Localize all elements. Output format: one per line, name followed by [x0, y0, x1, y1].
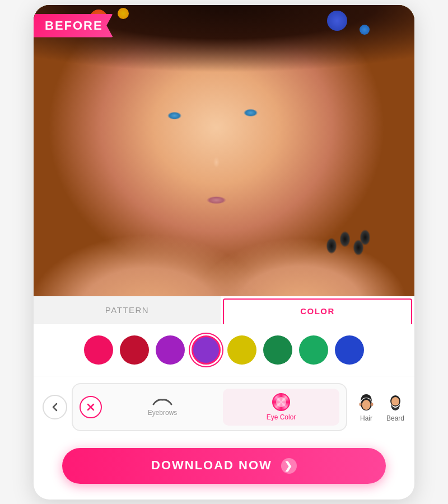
tool-eye-color[interactable]: Eye Color [223, 389, 339, 426]
eyebrows-icon [152, 398, 172, 407]
photo-preview: BEFORE [34, 5, 414, 296]
before-badge: BEFORE [34, 14, 113, 38]
color-blue[interactable] [335, 335, 364, 365]
toolbar-row: Eyebrows Eye Color [34, 376, 414, 438]
hair-icon [356, 392, 376, 412]
bokeh-blue [327, 11, 347, 31]
tab-pattern[interactable]: PATTERN [34, 296, 221, 324]
download-button[interactable]: DOWNLOAD NOW ❯ [62, 448, 386, 484]
color-green[interactable] [263, 335, 292, 365]
color-teal-green[interactable] [299, 335, 328, 365]
extra-tools: Hair Beard [356, 392, 405, 422]
svg-point-7 [391, 397, 399, 406]
back-button[interactable] [43, 395, 67, 419]
tool-beard[interactable]: Beard [385, 392, 405, 422]
bokeh-yellow [118, 8, 129, 19]
tool-eye-color-label: Eye Color [267, 413, 296, 421]
color-crimson[interactable] [120, 335, 149, 365]
back-icon [49, 402, 60, 413]
tool-beard-label: Beard [386, 414, 404, 422]
tool-hair[interactable]: Hair [356, 392, 376, 422]
tool-eyebrows-label: Eyebrows [148, 409, 178, 417]
tools-panel: Eyebrows Eye Color [72, 383, 347, 431]
tab-color[interactable]: COLOR [223, 298, 412, 324]
color-yellow[interactable] [227, 335, 256, 365]
close-tool-button[interactable] [80, 396, 102, 418]
color-purple[interactable] [156, 335, 185, 365]
svg-point-4 [371, 403, 374, 406]
beard-icon [385, 392, 405, 412]
eye-color-icon [272, 393, 290, 411]
color-violet[interactable] [192, 335, 221, 365]
tabs-row: PATTERN COLOR [34, 296, 414, 324]
close-icon [86, 403, 95, 412]
download-arrow-icon: ❯ [281, 458, 297, 474]
hands-overlay [34, 139, 414, 296]
color-hot-pink[interactable] [84, 335, 113, 365]
tool-eyebrows[interactable]: Eyebrows [104, 393, 221, 421]
color-swatches-row [34, 324, 414, 376]
download-button-label: DOWNLOAD NOW [151, 458, 272, 472]
svg-point-5 [362, 400, 371, 410]
app-container: BEFORE PATTERN COLOR [34, 5, 414, 500]
tool-hair-label: Hair [360, 414, 372, 422]
svg-point-3 [360, 403, 362, 406]
nails-overlay [325, 229, 370, 263]
bokeh-blue-small [360, 25, 370, 35]
